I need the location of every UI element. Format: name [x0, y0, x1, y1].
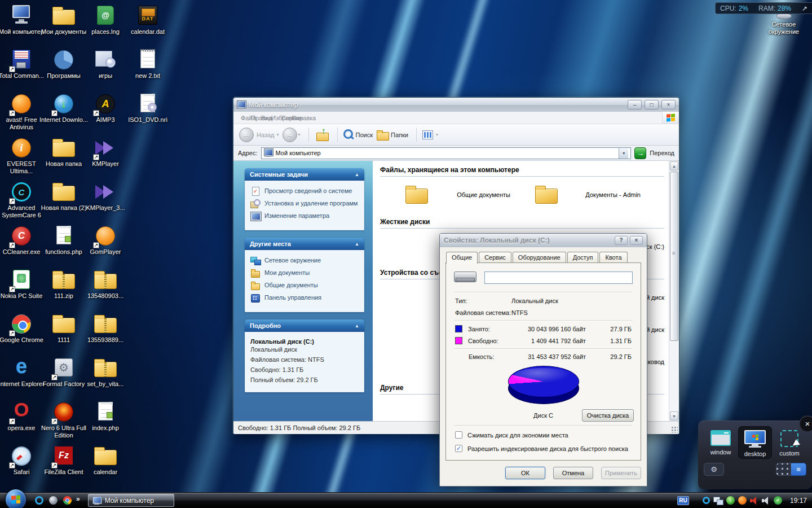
resize-grip[interactable]: [671, 426, 678, 433]
up-button[interactable]: [316, 128, 330, 142]
search-label[interactable]: Поиск: [356, 132, 373, 138]
quicklaunch-chrome-icon[interactable]: [63, 496, 72, 505]
task-link[interactable]: Установка и удаление программ: [250, 200, 359, 208]
desktop-icon-gomplayer[interactable]: ↗GomPlayer: [85, 225, 126, 256]
tray-avast-icon[interactable]: [738, 496, 747, 505]
desktop-icon-opera-exe[interactable]: O↗opera.exe: [1, 401, 42, 432]
place-link[interactable]: Панель управления: [250, 294, 359, 303]
collapse-icon[interactable]: ▲: [355, 242, 359, 247]
disk-cleanup-button[interactable]: Очистка диска: [582, 409, 634, 422]
tray-comodo-icon[interactable]: [703, 497, 710, 504]
menu-item-справка[interactable]: Справка: [286, 113, 297, 122]
desktop-icon-calendar[interactable]: calendar: [85, 445, 126, 476]
desktop-icon-iso1-dvd-nri[interactable]: ISO1_DVD.nri: [127, 93, 168, 124]
desktop-icon-index-php[interactable]: index.php: [85, 401, 126, 432]
scroll-down-button[interactable]: ▼: [670, 411, 678, 421]
desktop-icon-ccleaner-exe[interactable]: C↗CCleaner.exe: [1, 225, 42, 256]
tab-квота[interactable]: Квота: [599, 252, 627, 262]
desktop-icon-nero-6-ultra-full-edition[interactable]: ↗Nero 6 Ultra Full Edition: [43, 401, 84, 439]
go-button[interactable]: →: [634, 147, 646, 159]
language-indicator[interactable]: RU: [677, 496, 689, 505]
start-button[interactable]: [5, 489, 27, 508]
tray-volume-icon[interactable]: [762, 497, 770, 505]
tab-общие[interactable]: Общие: [446, 252, 478, 264]
collapse-icon[interactable]: ▲: [355, 172, 359, 177]
desktop-icon-kmplayer[interactable]: ↗KMPlayer: [85, 137, 126, 168]
desktop-icon-nokia-pc-suite[interactable]: ↗Nokia PC Suite: [1, 269, 42, 300]
dock-item-window[interactable]: window: [704, 426, 738, 459]
forward-button[interactable]: →: [283, 128, 297, 142]
address-input[interactable]: Мой компьютер ▾: [261, 147, 632, 159]
desktop-icon-1111[interactable]: 1111: [43, 313, 84, 344]
views-dropdown-icon[interactable]: ▾: [436, 132, 438, 137]
panel-header[interactable]: Системные задачи ▲: [245, 168, 364, 181]
desktop-icon-set-by-vita-[interactable]: set_by_vita...: [85, 357, 126, 388]
desktop-icon-135593889-[interactable]: 135593889...: [85, 313, 126, 344]
dock-item-desktop[interactable]: desktop: [738, 426, 772, 459]
task-link[interactable]: Изменение параметра: [250, 212, 359, 221]
ok-button[interactable]: ОК: [505, 467, 545, 479]
minimize-button[interactable]: –: [628, 100, 642, 110]
tab-сервис[interactable]: Сервис: [479, 252, 511, 262]
desktop-icon-everest-ultima-[interactable]: iEVEREST Ultima...: [1, 137, 42, 175]
desktop-icon-filezilla-client[interactable]: Fz↗FileZilla Client: [43, 445, 84, 476]
desktop-icon-avast-free-antivirus[interactable]: ↗avast! Free Antivirus: [1, 93, 42, 131]
grid-view-button[interactable]: [776, 463, 791, 476]
volume-label-input[interactable]: [484, 271, 633, 284]
desktop-icon-мой-компьютер[interactable]: Мой компьютер: [1, 5, 42, 36]
dock-close-icon[interactable]: ×: [799, 415, 812, 432]
desktop-icon-111-zip[interactable]: 111.zip: [43, 269, 84, 300]
back-dropdown-icon[interactable]: ▾: [277, 132, 279, 137]
desktop-icon-advanced-systemcare-6[interactable]: C↗Advanced SystemCare 6: [1, 181, 42, 219]
scroll-up-button[interactable]: ▲: [670, 161, 678, 170]
folders-icon[interactable]: [376, 129, 390, 141]
panel-header[interactable]: Подробно ▲: [245, 319, 364, 332]
desktop-icon-новая-папка-2-[interactable]: Новая папка (2): [43, 181, 84, 212]
desktop-icon-программы[interactable]: Программы: [43, 49, 84, 80]
desktop-icon-new-2-txt[interactable]: new 2.txt: [127, 49, 168, 80]
cancel-button[interactable]: Отмена: [553, 467, 593, 479]
tray-network-icon[interactable]: [713, 497, 723, 505]
maximize-button[interactable]: □: [645, 100, 659, 110]
scrollbar-thumb[interactable]: [670, 172, 678, 341]
dialog-titlebar[interactable]: Свойства: Локальный диск (C:) ? ×: [440, 234, 647, 247]
task-link[interactable]: Просмотр сведений о системе: [250, 187, 359, 196]
desktop-icon-мои-документы[interactable]: Мои документы: [43, 5, 84, 36]
close-button[interactable]: ×: [661, 100, 676, 110]
desktop-icon-total-comman-[interactable]: ↗Total Comman...: [1, 49, 42, 80]
go-label[interactable]: Переход: [650, 150, 674, 156]
dock-item-custom[interactable]: custom: [773, 426, 806, 459]
dialog-close-button[interactable]: ×: [630, 236, 643, 245]
menu-item-сервис[interactable]: Сервис: [276, 113, 286, 122]
desktop-icon-aimp3[interactable]: A↗AIMP3: [85, 93, 126, 124]
help-button[interactable]: ?: [615, 236, 628, 245]
desktop-icon-kmplayer-3-[interactable]: KMPlayer_3...: [85, 181, 126, 212]
place-link[interactable]: Общие документы: [250, 282, 359, 290]
quicklaunch-comodo-icon[interactable]: [35, 496, 43, 505]
desktop-icon-135480903-[interactable]: 135480903...: [85, 269, 126, 300]
desktop-icon-новая-папка[interactable]: Новая папка: [43, 137, 84, 168]
content-item[interactable]: Общие документы: [384, 181, 510, 209]
panel-header[interactable]: Другие места ▲: [245, 238, 364, 250]
collapse-icon[interactable]: ▲: [355, 323, 359, 329]
index-checkbox[interactable]: ✓: [455, 445, 462, 452]
expand-icon[interactable]: ↗: [802, 5, 807, 12]
tab-оборудование[interactable]: Оборудование: [513, 252, 566, 262]
tray-idm-icon[interactable]: ↓: [726, 496, 735, 505]
back-button[interactable]: ←: [239, 128, 254, 142]
folders-label[interactable]: Папки: [391, 132, 408, 138]
network-places-label[interactable]: Сетевое окружение: [757, 21, 811, 36]
compress-checkbox[interactable]: [455, 431, 462, 439]
desktop-icon-google-chrome[interactable]: ↗Google Chrome: [1, 313, 42, 344]
menu-item-файл[interactable]: Файл: [236, 113, 246, 122]
titlebar[interactable]: Мой компьютер – □ ×: [233, 98, 679, 112]
tab-доступ[interactable]: Доступ: [567, 252, 599, 262]
address-dropdown-icon[interactable]: ▾: [619, 148, 628, 159]
tray-volume-red-icon[interactable]: [750, 497, 758, 505]
desktop-icon-places-lng[interactable]: @places.lng: [85, 5, 126, 36]
desktop-icon-игры[interactable]: игры: [85, 49, 126, 80]
forward-dropdown-icon[interactable]: ▾: [298, 132, 301, 137]
tray-shield-icon[interactable]: ✓: [774, 496, 782, 505]
vertical-scrollbar[interactable]: ▲ ▼: [669, 161, 679, 421]
dock-settings-button[interactable]: ⚙: [704, 463, 724, 476]
